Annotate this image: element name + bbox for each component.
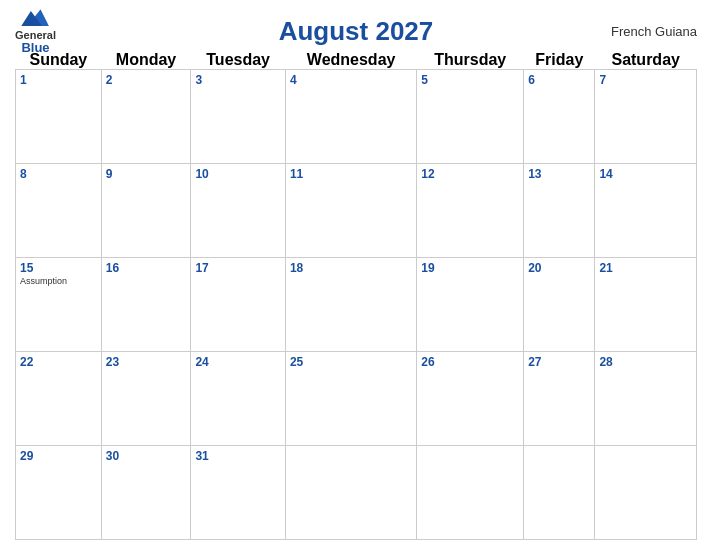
week-row-2: 891011121314: [16, 164, 697, 258]
calendar-cell: 24: [191, 352, 286, 446]
calendar-cell: 29: [16, 446, 102, 540]
calendar-cell: 6: [524, 70, 595, 164]
calendar-cell: 20: [524, 258, 595, 352]
day-number: 9: [106, 167, 187, 181]
day-number: 23: [106, 355, 187, 369]
day-number: 3: [195, 73, 281, 87]
calendar-cell: 27: [524, 352, 595, 446]
day-number: 11: [290, 167, 412, 181]
col-wednesday: Wednesday: [285, 51, 416, 70]
day-number: 27: [528, 355, 590, 369]
day-number: 21: [599, 261, 692, 275]
day-number: 19: [421, 261, 519, 275]
weekday-header-row: Sunday Monday Tuesday Wednesday Thursday…: [16, 51, 697, 70]
calendar-header: General Blue August 2027 French Guiana: [15, 10, 697, 51]
generalblue-logo-icon: [21, 6, 49, 28]
day-number: 1: [20, 73, 97, 87]
calendar-cell: 15Assumption: [16, 258, 102, 352]
calendar-cell: 25: [285, 352, 416, 446]
day-number: 20: [528, 261, 590, 275]
day-number: 22: [20, 355, 97, 369]
calendar-cell: [595, 446, 697, 540]
calendar-cell: 1: [16, 70, 102, 164]
week-row-4: 22232425262728: [16, 352, 697, 446]
calendar-cell: 17: [191, 258, 286, 352]
calendar-cell: 2: [101, 70, 191, 164]
calendar-cell: 16: [101, 258, 191, 352]
calendar-table: Sunday Monday Tuesday Wednesday Thursday…: [15, 51, 697, 540]
day-number: 6: [528, 73, 590, 87]
day-number: 25: [290, 355, 412, 369]
day-number: 29: [20, 449, 97, 463]
calendar-cell: 9: [101, 164, 191, 258]
calendar-cell: [285, 446, 416, 540]
calendar-cell: 22: [16, 352, 102, 446]
day-number: 31: [195, 449, 281, 463]
calendar-cell: 23: [101, 352, 191, 446]
calendar-cell: 21: [595, 258, 697, 352]
day-number: 18: [290, 261, 412, 275]
day-number: 8: [20, 167, 97, 181]
calendar-cell: 11: [285, 164, 416, 258]
calendar-cell: 18: [285, 258, 416, 352]
col-tuesday: Tuesday: [191, 51, 286, 70]
week-row-5: 293031: [16, 446, 697, 540]
calendar-cell: 12: [417, 164, 524, 258]
day-number: 7: [599, 73, 692, 87]
day-number: 16: [106, 261, 187, 275]
logo-blue-text: Blue: [21, 40, 49, 54]
calendar-cell: 5: [417, 70, 524, 164]
col-monday: Monday: [101, 51, 191, 70]
day-number: 24: [195, 355, 281, 369]
week-row-1: 1234567: [16, 70, 697, 164]
calendar-cell: 30: [101, 446, 191, 540]
calendar-cell: 8: [16, 164, 102, 258]
holiday-label: Assumption: [20, 276, 97, 286]
col-thursday: Thursday: [417, 51, 524, 70]
day-number: 10: [195, 167, 281, 181]
calendar-cell: 7: [595, 70, 697, 164]
calendar-cell: 14: [595, 164, 697, 258]
calendar-cell: 4: [285, 70, 416, 164]
calendar-cell: 3: [191, 70, 286, 164]
week-row-3: 15Assumption161718192021: [16, 258, 697, 352]
calendar-cell: [417, 446, 524, 540]
calendar-cell: 13: [524, 164, 595, 258]
calendar-cell: [524, 446, 595, 540]
logo: General Blue: [15, 6, 56, 54]
calendar-cell: 10: [191, 164, 286, 258]
calendar-cell: 31: [191, 446, 286, 540]
day-number: 13: [528, 167, 590, 181]
calendar-cell: 28: [595, 352, 697, 446]
col-friday: Friday: [524, 51, 595, 70]
day-number: 15: [20, 261, 97, 275]
day-number: 12: [421, 167, 519, 181]
calendar-cell: 26: [417, 352, 524, 446]
calendar-title: August 2027: [279, 16, 434, 47]
day-number: 14: [599, 167, 692, 181]
day-number: 5: [421, 73, 519, 87]
country-label: French Guiana: [611, 23, 697, 38]
day-number: 30: [106, 449, 187, 463]
day-number: 26: [421, 355, 519, 369]
day-number: 4: [290, 73, 412, 87]
day-number: 17: [195, 261, 281, 275]
day-number: 2: [106, 73, 187, 87]
col-saturday: Saturday: [595, 51, 697, 70]
calendar-cell: 19: [417, 258, 524, 352]
day-number: 28: [599, 355, 692, 369]
